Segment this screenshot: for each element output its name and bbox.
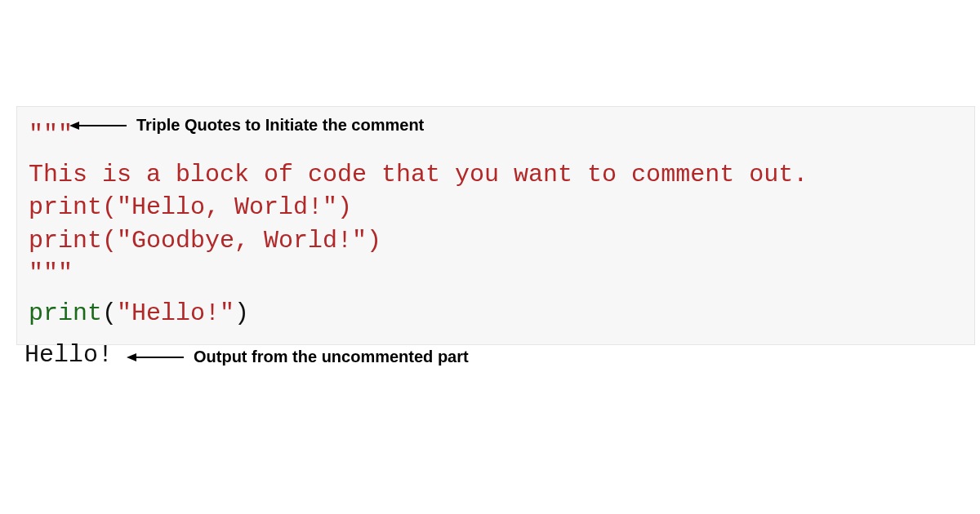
annotation-triple-quotes: Triple Quotes to Initiate the comment [69, 116, 424, 135]
comment-line-2-open: ( [102, 193, 117, 221]
code-block: """ This is a block of code that you wan… [16, 106, 975, 345]
print-func: print [29, 299, 102, 327]
close-paren: ) [234, 299, 249, 327]
annotation-output-text: Output from the uncommented part [194, 348, 469, 366]
comment-line-3-close: ) [367, 227, 381, 255]
comment-line-2-str: "Hello, World!" [117, 193, 337, 221]
comment-line-3-str: "Goodbye, World!" [117, 227, 367, 255]
comment-line-2-close: ) [337, 193, 352, 221]
svg-marker-3 [127, 353, 136, 361]
comment-line-2-func: print [29, 193, 102, 221]
code-line-1: This is a block of code that you want to… [29, 158, 963, 192]
print-string: "Hello!" [117, 299, 234, 327]
open-paren: ( [102, 299, 117, 327]
triple-quote-open: """ [29, 121, 73, 148]
output-block: Hello! [24, 341, 113, 369]
comment-line-3-func: print [29, 227, 102, 255]
output-text: Hello! [24, 341, 113, 369]
comment-line-3-open: ( [102, 227, 117, 255]
code-line-2: print("Hello, World!") [29, 191, 963, 224]
arrow-left-icon [127, 351, 184, 364]
annotation-output: Output from the uncommented part [127, 348, 469, 366]
code-line-close-quotes: """ [29, 257, 963, 290]
code-line-5: print("Hello!") [29, 297, 963, 330]
svg-marker-1 [69, 122, 79, 130]
arrow-left-icon [69, 119, 127, 132]
comment-line-1: This is a block of code that you want to… [29, 161, 808, 188]
code-line-3: print("Goodbye, World!") [29, 224, 963, 258]
annotation-triple-quotes-text: Triple Quotes to Initiate the comment [136, 116, 424, 135]
triple-quote-close: """ [29, 259, 73, 287]
